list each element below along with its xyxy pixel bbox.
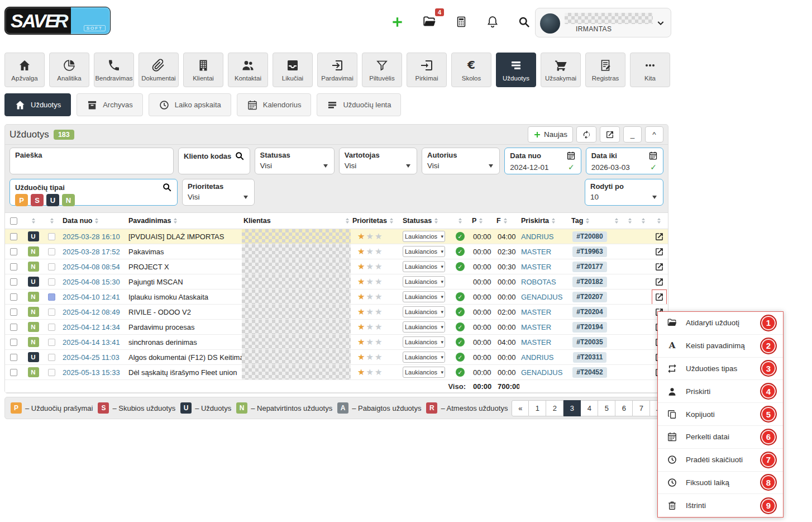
- row-flag-checkbox[interactable]: [48, 324, 55, 331]
- page-7[interactable]: 7: [633, 400, 650, 416]
- row-flag-checkbox[interactable]: [48, 263, 55, 271]
- task-name[interactable]: [PVDUAIS] DLAŻ IMPORTAS: [127, 229, 242, 244]
- task-date[interactable]: 2025-04-25 11:03: [61, 350, 127, 364]
- sort-icon[interactable]: [586, 218, 589, 224]
- task-date[interactable]: 2025-04-14 13:41: [61, 335, 127, 349]
- sort-icon[interactable]: [628, 218, 632, 224]
- task-name[interactable]: sinchronas derinimas: [127, 335, 242, 349]
- filter-prioritetas[interactable]: Prioritetas Visi: [182, 179, 255, 206]
- tasks-folder-icon[interactable]: 4: [422, 15, 437, 29]
- filter-autorius[interactable]: Autorius Visi: [422, 148, 500, 174]
- priority-stars[interactable]: ★★★: [351, 229, 401, 244]
- assigned-user[interactable]: MASTER: [519, 244, 570, 259]
- row-checkbox[interactable]: [10, 248, 17, 255]
- search-icon[interactable]: [518, 16, 531, 29]
- row-flag-checkbox[interactable]: [48, 369, 55, 376]
- subnav-archyvas[interactable]: Archyvas: [77, 93, 142, 116]
- page-prev[interactable]: «: [512, 400, 529, 416]
- row-flag-checkbox[interactable]: [48, 293, 55, 301]
- sort-icon[interactable]: [32, 218, 35, 224]
- tab-apzvalga[interactable]: Apžvalga: [4, 53, 45, 87]
- task-name[interactable]: Pardavimu procesas: [127, 320, 242, 334]
- priority-stars[interactable]: ★★★: [351, 305, 401, 319]
- user-menu[interactable]: IRMANTAS: [535, 8, 671, 37]
- tab-pardavimai[interactable]: Pardavimai: [317, 53, 357, 87]
- menu-item-7[interactable]: Pradėti skaičiuoti7: [658, 449, 783, 472]
- col-header-f[interactable]: F: [496, 217, 501, 225]
- open-task-icon[interactable]: [655, 232, 664, 241]
- priority-stars[interactable]: ★★★: [351, 274, 401, 289]
- task-date[interactable]: 2025-04-08 15:30: [61, 274, 127, 289]
- filter-vartotojas[interactable]: Vartotojas Visi: [339, 148, 417, 174]
- menu-item-6[interactable]: Perkelti datai6: [658, 426, 783, 449]
- task-date[interactable]: 2025-04-08 08:54: [61, 259, 127, 274]
- tab-analitika[interactable]: Analitika: [49, 53, 89, 87]
- status-dropdown[interactable]: Laukiancios▾: [403, 276, 445, 287]
- app-logo[interactable]: SAVE R soft: [4, 7, 111, 35]
- row-checkbox[interactable]: [10, 369, 17, 376]
- row-flag-checkbox[interactable]: [48, 233, 55, 240]
- subnav-uzduotys[interactable]: Užduotys: [4, 93, 71, 116]
- col-header-client[interactable]: Klientas: [243, 217, 271, 225]
- add-icon[interactable]: [391, 16, 404, 29]
- col-header-status[interactable]: Statusas: [403, 217, 432, 225]
- sort-icon[interactable]: [479, 218, 483, 224]
- col-header-p[interactable]: P: [472, 217, 476, 225]
- status-dropdown[interactable]: Laukiancios▾: [403, 306, 445, 317]
- sort-icon[interactable]: [50, 218, 54, 224]
- page-2[interactable]: 2: [546, 400, 563, 416]
- col-header-priority[interactable]: Prioritetas: [352, 217, 387, 225]
- priority-stars[interactable]: ★★★: [351, 335, 401, 349]
- task-name[interactable]: Pajungti MSCAN: [127, 274, 242, 289]
- status-dropdown[interactable]: Laukiancios▾: [403, 291, 445, 302]
- assigned-user[interactable]: ROBOTAS: [519, 274, 570, 289]
- status-dropdown[interactable]: Laukiancios▾: [403, 367, 445, 378]
- priority-stars[interactable]: ★★★: [351, 350, 401, 364]
- type-filter-P[interactable]: P: [15, 194, 28, 206]
- tab-skolos[interactable]: €Skolos: [451, 53, 491, 87]
- task-date[interactable]: 2025-05-13 15:33: [61, 365, 127, 379]
- priority-stars[interactable]: ★★★: [351, 259, 401, 274]
- assigned-user[interactable]: MASTER: [519, 320, 570, 334]
- priority-stars[interactable]: ★★★: [351, 244, 401, 259]
- tab-klientai[interactable]: Klientai: [183, 53, 223, 87]
- tab-uzduotys[interactable]: Užduotys: [496, 53, 536, 87]
- sort-icon[interactable]: [642, 218, 645, 224]
- menu-item-8[interactable]: Fiksuoti laiką8: [658, 472, 783, 495]
- menu-item-3[interactable]: Užduoties tipas3: [658, 358, 783, 381]
- type-filter-N[interactable]: N: [62, 194, 75, 206]
- assigned-user[interactable]: GENADIJUS: [519, 290, 570, 304]
- menu-item-9[interactable]: Ištrinti9: [658, 494, 783, 517]
- sort-icon[interactable]: [615, 218, 618, 224]
- type-filter-U[interactable]: U: [46, 194, 59, 206]
- subnav-laiko-apskaita[interactable]: Laiko apskaita: [149, 93, 231, 116]
- row-flag-checkbox[interactable]: [48, 354, 55, 361]
- row-checkbox[interactable]: [10, 233, 17, 240]
- task-date[interactable]: 2025-03-28 16:10: [61, 229, 127, 244]
- task-name[interactable]: RIVILE - ODOO V2: [127, 305, 242, 319]
- tab-kita[interactable]: Kita: [630, 53, 670, 87]
- tab-pirkimai[interactable]: Pirkimai: [407, 53, 447, 87]
- filter-data-nuo[interactable]: Data nuo 2024-12-01✓: [504, 148, 581, 174]
- task-name[interactable]: Iplauku ismoku Ataskaita: [127, 290, 242, 304]
- page-5[interactable]: 5: [598, 400, 615, 416]
- page-3[interactable]: 3: [563, 400, 581, 416]
- col-header-name[interactable]: Pavadinimas: [128, 217, 171, 225]
- sort-icon[interactable]: [346, 218, 349, 224]
- search-input[interactable]: Paieška: [9, 148, 174, 174]
- assigned-user[interactable]: ANDRIUS: [519, 229, 570, 244]
- subnav-kalendorius[interactable]: Kalendorius: [237, 93, 312, 116]
- col-header-date[interactable]: Data nuo: [63, 217, 92, 225]
- row-checkbox[interactable]: [10, 354, 17, 361]
- assigned-user[interactable]: GENADIJUS: [519, 365, 570, 379]
- open-task-icon[interactable]: [655, 277, 664, 287]
- task-name[interactable]: PROJECT X: [127, 259, 242, 274]
- task-name[interactable]: Pakavimas: [127, 244, 242, 259]
- priority-stars[interactable]: ★★★: [351, 320, 401, 334]
- sort-icon[interactable]: [95, 218, 98, 224]
- filter-rodyti-po[interactable]: Rodyti po 10: [585, 179, 663, 206]
- calculator-icon[interactable]: [455, 15, 467, 29]
- task-date[interactable]: 2025-04-10 12:41: [61, 290, 127, 304]
- priority-stars[interactable]: ★★★: [351, 290, 401, 304]
- sort-icon[interactable]: [657, 218, 661, 224]
